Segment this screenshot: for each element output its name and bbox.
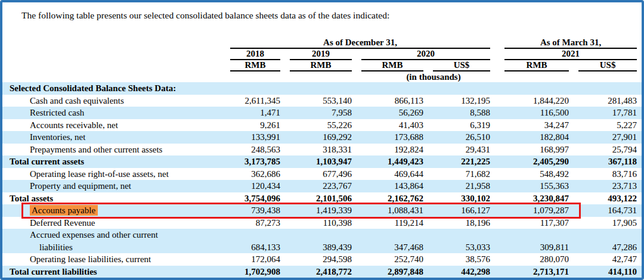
- column-gap: [495, 253, 500, 266]
- value-cell: 252,740: [357, 253, 428, 266]
- value-cell: 116,500: [500, 107, 574, 119]
- empty-cell: [2, 60, 225, 71]
- value-cell: 414,110: [574, 266, 642, 278]
- value-cell: 469,644: [357, 168, 428, 181]
- empty-cell: [2, 49, 225, 60]
- value-cell: 7,958: [285, 107, 357, 119]
- highlight-marker: Accounts payable: [30, 205, 98, 216]
- column-gap: [495, 49, 500, 60]
- value-cell: 169,292: [285, 131, 357, 144]
- column-gap: [495, 192, 500, 205]
- value-cell: 53,033: [428, 229, 495, 253]
- value-cell: 309,811: [500, 229, 574, 253]
- value-cell: [500, 82, 574, 95]
- value-cell: 87,273: [225, 217, 285, 229]
- value-cell: 548,492: [500, 168, 574, 181]
- value-cell: 143,864: [357, 180, 428, 192]
- row-label-cell: Accrued expenses and other currentliabil…: [2, 229, 225, 253]
- value-cell: 248,563: [225, 144, 285, 156]
- value-cell: 117,307: [500, 217, 574, 229]
- table-row: Total assets 3,754,0962,101,5062,162,762…: [2, 192, 642, 205]
- intro-paragraph: The following table presents our selecte…: [21, 10, 642, 21]
- row-label-cell: Accounts receivable, net: [2, 119, 225, 132]
- value-cell: 71,682: [428, 168, 495, 181]
- value-cell: 1,844,220: [500, 95, 574, 107]
- value-cell: 155,363: [500, 180, 574, 192]
- column-gap: [495, 36, 500, 49]
- value-cell: 280,070: [500, 253, 574, 266]
- value-cell: 133,991: [225, 131, 285, 144]
- column-gap: [495, 217, 500, 229]
- value-cell: 223,767: [285, 180, 357, 192]
- value-cell: 442,298: [428, 266, 495, 278]
- row-label-cell: Deferred Revenue: [2, 217, 225, 229]
- table-row: Prepayments and other current assets 248…: [2, 144, 642, 156]
- column-gap: [495, 131, 500, 144]
- value-cell: 553,140: [285, 95, 357, 107]
- value-cell: 1,088,431: [357, 204, 428, 217]
- value-cell: 677,496: [285, 168, 357, 181]
- value-cell: 221,225: [428, 155, 495, 168]
- value-cell: 21,958: [428, 180, 495, 192]
- value-cell: 9,261: [225, 119, 285, 132]
- column-gap: [495, 266, 500, 278]
- value-cell: 3,173,785: [225, 155, 285, 168]
- value-cell: [225, 82, 285, 95]
- column-gap: [495, 60, 500, 71]
- units-note: (in thousands): [225, 71, 642, 82]
- value-cell: 172,064: [225, 253, 285, 266]
- table-row: Cash and cash equivalents 2,611,345553,1…: [2, 95, 642, 107]
- value-cell: [357, 82, 428, 95]
- value-cell: 55,226: [285, 119, 357, 132]
- currency-header-rmb-2018: RMB: [225, 60, 285, 71]
- value-cell: 367,118: [574, 155, 642, 168]
- column-gap: [495, 119, 500, 132]
- column-gap: [495, 168, 500, 181]
- currency-header-rmb-2019: RMB: [285, 60, 357, 71]
- value-cell: 1,419,339: [285, 204, 357, 217]
- row-label-cell: Total current assets: [2, 155, 225, 168]
- row-label-cell: Operating lease liabilities, current: [2, 253, 225, 266]
- value-cell: 173,688: [357, 131, 428, 144]
- row-label-line2: liabilities: [10, 241, 225, 254]
- year-2021-label: 2021: [504, 49, 637, 60]
- year-header-2021: 2021: [500, 49, 642, 60]
- value-cell: 2,162,762: [357, 192, 428, 205]
- column-gap: [495, 107, 500, 119]
- row-label-cell: Prepayments and other current assets: [2, 144, 225, 156]
- value-cell: 164,731: [574, 204, 642, 217]
- value-cell: 318,331: [285, 144, 357, 156]
- value-cell: 1,079,287: [500, 204, 574, 217]
- currency-header-row: RMB RMB RMB US$ RMB US$: [2, 60, 642, 71]
- value-cell: 182,804: [500, 131, 574, 144]
- group-header-march: As of March 31,: [500, 36, 642, 49]
- value-cell: 17,781: [574, 107, 642, 119]
- value-cell: 2,713,171: [500, 266, 574, 278]
- table-row: Deferred Revenue 87,273110,398119,21418,…: [2, 217, 642, 229]
- column-gap: [495, 229, 500, 253]
- table-row: Operating lease right-of-use assets, net…: [2, 168, 642, 181]
- group-header-march-label: As of March 31,: [504, 38, 637, 49]
- value-cell: 3,230,847: [500, 192, 574, 205]
- value-cell: 866,113: [357, 95, 428, 107]
- row-label-cell: Total assets: [2, 192, 225, 205]
- value-cell: 34,247: [500, 119, 574, 132]
- value-cell: 2,418,772: [285, 266, 357, 278]
- row-label-cell: Accounts payable: [2, 204, 225, 217]
- column-gap: [495, 144, 500, 156]
- table-row: Accounts payable 739,4381,419,3391,088,4…: [2, 204, 642, 217]
- value-cell: 42,747: [574, 253, 642, 266]
- value-cell: 18,196: [428, 217, 495, 229]
- value-cell: 347,468: [357, 229, 428, 253]
- group-header-december: As of December 31,: [225, 36, 495, 49]
- value-cell: 2,897,848: [357, 266, 428, 278]
- value-cell: 26,510: [428, 131, 495, 144]
- value-cell: 6,319: [428, 119, 495, 132]
- empty-cell: [2, 71, 225, 82]
- value-cell: 47,286: [574, 229, 642, 253]
- group-header-december-label: As of December 31,: [230, 38, 490, 49]
- value-cell: 83,716: [574, 168, 642, 181]
- balance-sheet-table: As of December 31, As of March 31, 2018 …: [2, 36, 642, 278]
- value-cell: 27,901: [574, 131, 642, 144]
- units-note-row: (in thousands): [2, 71, 642, 82]
